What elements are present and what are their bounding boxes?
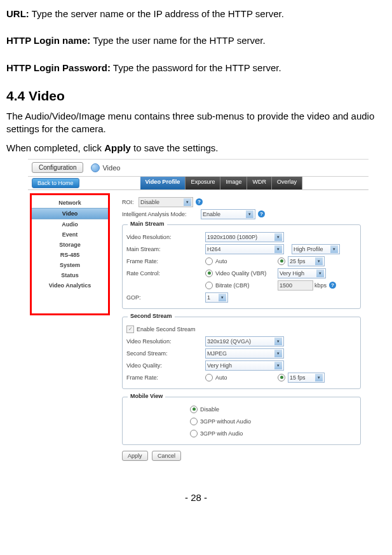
mobile-view-title: Mobile View	[128, 393, 165, 399]
sidebar-item-network[interactable]: Network	[32, 198, 108, 208]
sidebar-item-video-analytics[interactable]: Video Analytics	[32, 280, 108, 291]
tab-image[interactable]: Image	[220, 177, 247, 189]
back-to-home-button[interactable]: Back to Home	[32, 178, 79, 188]
screenshot-header-row: Configuration Video	[28, 160, 368, 177]
chevron-down-icon: ▾	[315, 257, 323, 265]
main-stream-title: Main Stream	[128, 221, 167, 227]
second-fr-custom-radio[interactable]	[278, 374, 285, 381]
rc-cbr-unit: kbps	[314, 282, 327, 289]
rc-vbr-label: Video Quality (VBR)	[215, 270, 266, 277]
url-field-description: URL: Type the server name or the IP addr…	[6, 8, 386, 20]
chevron-down-icon: ▾	[184, 198, 191, 206]
mobile-disable-label: Disable	[200, 406, 219, 413]
action-button-row: Apply Cancel	[122, 453, 365, 459]
chevron-down-icon: ▾	[274, 362, 282, 369]
main-stream-codec-select[interactable]: H264▾	[205, 244, 284, 254]
enable-second-stream-checkbox[interactable]: ✓	[126, 325, 134, 333]
page-title: Video	[91, 163, 120, 172]
main-fr-auto-label: Auto	[215, 258, 227, 264]
rc-cbr-radio[interactable]	[205, 282, 213, 289]
main-vres-select[interactable]: 1920x1080 (1080P)▾	[205, 232, 284, 242]
page-title-text: Video	[102, 164, 120, 172]
second-stream-codec-select[interactable]: MJPEG▾	[205, 348, 284, 359]
sidebar-item-audio[interactable]: Audio	[32, 219, 108, 230]
chevron-down-icon: ▾	[315, 374, 323, 381]
mobile-view-group: Mobile View Disable 3GPP without Audio 3…	[122, 397, 361, 445]
main-fr-custom-radio[interactable]	[278, 257, 285, 265]
second-stream-group: Second Stream ✓ Enable Second Stream Vid…	[122, 317, 361, 389]
chevron-down-icon: ▾	[246, 210, 253, 218]
sidebar-item-video[interactable]: Video	[32, 208, 108, 219]
rc-cbr-input: 1500	[278, 280, 313, 291]
sidebar-item-system[interactable]: System	[32, 260, 108, 270]
sidebar-item-rs485[interactable]: RS-485	[32, 250, 108, 260]
tab-exposure[interactable]: Exposure	[186, 177, 220, 189]
main-fr-label: Frame Rate:	[126, 258, 205, 264]
section-para-2: When completed, click Apply to save the …	[6, 142, 386, 154]
login-name-field-description: HTTP Login name: Type the user name for …	[6, 34, 386, 47]
url-text: Type the server name or the IP address o…	[29, 8, 284, 19]
second-vres-select[interactable]: 320x192 (QVGA)▾	[205, 336, 284, 346]
mobile-3gpp-audio-label: 3GPP with Audio	[200, 430, 243, 437]
chevron-down-icon: ▾	[274, 245, 282, 253]
mobile-disable-radio[interactable]	[190, 406, 198, 413]
second-vq-select[interactable]: Very High▾	[205, 360, 284, 371]
sidebar-item-event[interactable]: Event	[32, 230, 108, 240]
second-stream-title: Second Stream	[128, 313, 175, 319]
login-password-text: Type the password for the HTTP server.	[111, 62, 281, 73]
help-icon[interactable]: ?	[329, 282, 336, 289]
chevron-down-icon: ▾	[274, 233, 282, 241]
second-fr-auto-label: Auto	[215, 374, 227, 381]
mobile-3gpp-noaudio-label: 3GPP without Audio	[200, 418, 251, 425]
mobile-3gpp-audio-radio[interactable]	[190, 430, 198, 437]
login-name-text: Type the user name for the HTTP server.	[90, 35, 265, 46]
chevron-down-icon: ▾	[330, 245, 338, 253]
second-fr-label: Frame Rate:	[126, 374, 205, 381]
main-fr-auto-radio[interactable]	[205, 257, 213, 265]
sidebar-item-status[interactable]: Status	[32, 270, 108, 280]
roi-label: ROI:	[122, 199, 139, 205]
video-settings-screenshot: Configuration Video Back to Home Video P…	[28, 159, 368, 465]
tab-bar: Back to Home Video Profile Exposure Imag…	[28, 177, 368, 190]
rc-cbr-label: Bitrate (CBR)	[215, 282, 250, 289]
login-name-label: HTTP Login name:	[6, 35, 90, 46]
rc-vbr-radio[interactable]	[205, 270, 213, 277]
intelligent-analysis-select[interactable]: Enable▾	[201, 209, 255, 219]
chevron-down-icon: ▾	[274, 350, 282, 357]
gop-select[interactable]: 1▾	[205, 292, 228, 303]
second-fr-auto-radio[interactable]	[205, 374, 213, 381]
login-password-label: HTTP Login Password:	[6, 62, 111, 73]
section-heading: 4.4 Video	[6, 88, 386, 104]
second-stream-codec-label: Second Stream:	[126, 350, 205, 357]
rate-control-label: Rate Control:	[126, 270, 205, 277]
cancel-button[interactable]: Cancel	[152, 451, 181, 461]
login-password-field-description: HTTP Login Password: Type the password f…	[6, 62, 386, 74]
mobile-3gpp-noaudio-radio[interactable]	[190, 418, 198, 425]
enable-second-stream-label: Enable Second Stream	[137, 326, 196, 332]
sidebar-item-storage[interactable]: Storage	[32, 240, 108, 250]
globe-icon	[91, 163, 100, 172]
gop-label: GOP:	[126, 294, 205, 301]
chevron-down-icon: ▾	[316, 270, 324, 277]
section-para-1: The Audio/Video/Image menu contains thre…	[6, 110, 386, 136]
help-icon[interactable]: ?	[258, 210, 265, 217]
url-label: URL:	[6, 8, 29, 19]
main-fr-select[interactable]: 25 fps▾	[288, 256, 325, 266]
main-stream-group: Main Stream Video Resolution: 1920x1080 …	[122, 224, 361, 309]
intelligent-analysis-label: Intelligent Analysis Mode:	[122, 211, 201, 217]
roi-select: Disable▾	[139, 197, 193, 207]
help-icon[interactable]: ?	[196, 198, 203, 205]
tab-wdr[interactable]: WDR	[247, 177, 272, 189]
apply-button[interactable]: Apply	[122, 451, 148, 461]
content-pane: ROI: Disable▾ ? Intelligent Analysis Mod…	[112, 190, 368, 465]
rc-vbr-select[interactable]: Very High▾	[278, 268, 326, 278]
chevron-down-icon: ▾	[219, 294, 226, 301]
tab-overlay[interactable]: Overlay	[272, 177, 302, 189]
configuration-button[interactable]: Configuration	[32, 162, 83, 173]
page-number: - 28 -	[6, 492, 386, 503]
main-stream-profile-select[interactable]: High Profile▾	[292, 244, 340, 254]
second-vres-label: Video Resolution:	[126, 338, 205, 345]
tab-video-profile[interactable]: Video Profile	[140, 177, 186, 189]
main-stream-codec-label: Main Stream:	[126, 246, 205, 252]
second-fr-select[interactable]: 15 fps▾	[288, 373, 325, 383]
